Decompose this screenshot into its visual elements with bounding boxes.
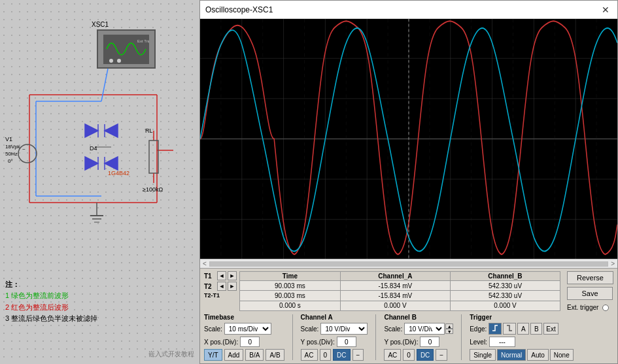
t1-cha: -15.834 mV <box>340 281 450 291</box>
cha-ypos-input[interactable] <box>337 337 356 347</box>
t2-row: T2 ◄ ► <box>204 282 237 291</box>
cha-ypos-row: Y pos.(Div): <box>301 337 368 347</box>
level-label: Level: <box>470 339 487 346</box>
note-line1: 1 绿色为整流前波形 <box>5 290 97 302</box>
t-controls: T1 ◄ ► T2 ◄ ► T2-T1 <box>204 271 237 311</box>
trigger-mode-row: Single Normal Auto None <box>470 349 574 361</box>
chb-dc-btn[interactable]: DC <box>417 349 434 361</box>
v1-detail1: 18Vpk <box>5 144 20 150</box>
cha-scale-row: Scale: 10 V/Div <box>301 323 368 335</box>
t2-right-btn[interactable]: ► <box>228 282 237 291</box>
chb-scale-row: Scale: 10 V/Div ▲ ▼ <box>384 323 453 335</box>
oscilloscope-window: Oscilloscope-XSC1 ✕ <box>199 0 618 364</box>
edge-falling-btn[interactable] <box>503 323 516 335</box>
chb-minus-btn[interactable]: − <box>436 349 447 361</box>
rl-val: ≥100kΩ <box>143 186 163 193</box>
svg-point-17 <box>18 144 37 163</box>
cha-0-btn[interactable]: 0 <box>320 349 332 361</box>
t1-time: 90.003 ms <box>240 281 341 291</box>
svg-marker-25 <box>105 157 118 170</box>
svg-marker-19 <box>85 124 98 137</box>
trigger-edge-row: Edge: <box>470 323 574 335</box>
measurement-row: T1 ◄ ► T2 ◄ ► T2-T1 Time Chan <box>204 271 613 311</box>
xpos-input[interactable] <box>240 337 260 347</box>
normal-btn[interactable]: Normal <box>497 349 526 361</box>
cha-ac-btn[interactable]: AC <box>301 349 318 361</box>
timebase-scale-select[interactable]: 10 ms/Div <box>224 323 271 335</box>
chb-coupling-row: AC 0 DC − <box>384 349 453 361</box>
reverse-button[interactable]: Reverse <box>567 271 613 284</box>
rl-label: RL <box>145 127 153 134</box>
notes-title: 注： <box>5 279 97 291</box>
timebase-label: Timebase <box>204 314 284 321</box>
t2t1-time: 0.000 s <box>240 301 341 310</box>
mode-btns: Single Normal Auto None <box>470 349 574 361</box>
notes-area: 注： 1 绿色为整流前波形 2 红色为整流后波形 3 整流后绿色负半波未被滤掉 <box>5 279 97 325</box>
chb-ac-btn[interactable]: AC <box>384 349 401 361</box>
chb-scale-select[interactable]: 10 V/Div <box>404 323 445 335</box>
timebase-group: Timebase Scale: 10 ms/Div X pos.(Div): Y… <box>204 314 284 361</box>
edge-b-btn[interactable]: B <box>530 323 542 335</box>
add-btn[interactable]: Add <box>224 349 244 361</box>
chb-scale-container: 10 V/Div ▲ ▼ <box>404 323 453 335</box>
osc-controls: T1 ◄ ► T2 ◄ ► T2-T1 Time Chan <box>200 268 617 363</box>
osc-scrollbar[interactable]: < > <box>200 259 617 268</box>
circuit-area: XSC1 Ext Trig <box>0 0 199 364</box>
xpos-label: X pos.(Div): <box>204 339 238 346</box>
chb-ypos-label: Y pos.(Div): <box>384 339 418 346</box>
svg-line-11 <box>101 69 108 101</box>
t1-left-btn[interactable]: ◄ <box>217 271 226 280</box>
ext-trigger-radio[interactable] <box>602 305 609 311</box>
edge-rising-btn[interactable] <box>489 323 502 335</box>
level-input[interactable] <box>489 337 515 347</box>
t2t1-data-row: 0.000 s 0.000 V 0.000 V <box>240 301 560 310</box>
t2t1-chb: 0.000 V <box>450 301 560 310</box>
edge-ext-btn[interactable]: Ext <box>543 323 558 335</box>
channel-b-label: Channel B <box>384 314 453 321</box>
chb-spin-down[interactable]: ▼ <box>445 329 453 334</box>
t2t1-row: T2-T1 <box>204 292 237 299</box>
bottom-controls: Timebase Scale: 10 ms/Div X pos.(Div): Y… <box>204 314 613 361</box>
chb-0-btn[interactable]: 0 <box>403 349 415 361</box>
t2-left-btn[interactable]: ◄ <box>217 282 226 291</box>
divider-1 <box>292 314 293 360</box>
single-btn[interactable]: Single <box>470 349 496 361</box>
none-btn[interactable]: None <box>550 349 574 361</box>
t1-row: T1 ◄ ► <box>204 271 237 280</box>
cha-dc-btn[interactable]: DC <box>333 349 350 361</box>
cha-minus-btn[interactable]: − <box>352 349 364 361</box>
rl-component <box>144 131 163 184</box>
channel-b-group: Channel B Scale: 10 V/Div ▲ ▼ Y pos. <box>384 314 453 361</box>
yt-btns-row: Y/T Add B/A A/B <box>204 349 284 361</box>
svg-marker-21 <box>105 124 118 137</box>
t1-label: T1 <box>204 273 216 280</box>
t1-right-btn[interactable]: ► <box>228 271 237 280</box>
v1-detail2: 50Hz <box>5 151 18 157</box>
col-cha-header: Channel_A <box>340 272 450 281</box>
auto-btn[interactable]: Auto <box>527 349 549 361</box>
svg-text:D4: D4 <box>90 145 97 152</box>
edge-a-btn[interactable]: A <box>517 323 529 335</box>
edge-label: Edge: <box>470 325 487 333</box>
right-buttons: Reverse Save Ext. trigger <box>567 271 613 311</box>
chb-spin-up[interactable]: ▲ <box>445 323 453 329</box>
chb-ypos-row: Y pos.(Div): <box>384 337 453 347</box>
col-time-header: Time <box>240 272 341 281</box>
t2t1-label: T2-T1 <box>204 292 224 299</box>
timebase-xpos-row: X pos.(Div): <box>204 337 284 347</box>
yt-btn[interactable]: Y/T <box>204 349 222 361</box>
channel-a-label: Channel A <box>301 314 368 321</box>
t2-data-row: 90.003 ms -15.834 mV 542.330 uV <box>240 291 560 301</box>
timebase-scale-row: Scale: 10 ms/Div <box>204 323 284 335</box>
osc-close-button[interactable]: ✕ <box>599 5 612 15</box>
chb-ypos-input[interactable] <box>420 337 439 347</box>
edge-btns: A B Ext <box>489 323 558 335</box>
ext-trigger-row: Ext. trigger <box>567 304 609 311</box>
svg-marker-23 <box>85 157 98 170</box>
ba-btn[interactable]: B/A <box>245 349 264 361</box>
svg-rect-30 <box>149 141 158 173</box>
v1-label: V1 <box>5 136 12 142</box>
cha-scale-select[interactable]: 10 V/Div <box>320 323 368 335</box>
save-button[interactable]: Save <box>567 287 613 300</box>
ab-btn[interactable]: A/B <box>266 349 284 361</box>
